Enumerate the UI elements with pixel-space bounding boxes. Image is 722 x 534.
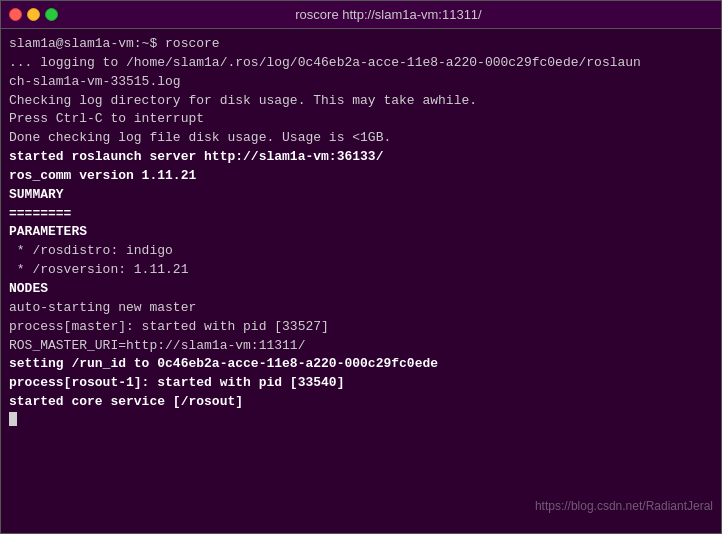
terminal-line: ======== [9,205,713,224]
terminal-line: ros_comm version 1.11.21 [9,167,713,186]
terminal-line: Checking log directory for disk usage. T… [9,92,713,111]
terminal-line: ch-slam1a-vm-33515.log [9,73,713,92]
titlebar: roscore http://slam1a-vm:11311/ [1,1,721,29]
close-button[interactable] [9,8,22,21]
terminal-line: Press Ctrl-C to interrupt [9,110,713,129]
minimize-button[interactable] [27,8,40,21]
watermark: https://blog.csdn.net/RadiantJeral [535,498,713,515]
terminal-line: SUMMARY [9,186,713,205]
window-title: roscore http://slam1a-vm:11311/ [64,7,713,22]
window-buttons [9,8,58,21]
terminal-body[interactable]: slam1a@slam1a-vm:~$ roscore... logging t… [1,29,721,533]
terminal-line: slam1a@slam1a-vm:~$ roscore [9,35,713,54]
terminal-output: slam1a@slam1a-vm:~$ roscore... logging t… [9,35,713,412]
terminal-line: started core service [/rosout] [9,393,713,412]
terminal-line: started roslaunch server http://slam1a-v… [9,148,713,167]
terminal-line: ... logging to /home/slam1a/.ros/log/0c4… [9,54,713,73]
terminal-line: ROS_MASTER_URI=http://slam1a-vm:11311/ [9,337,713,356]
terminal-window: roscore http://slam1a-vm:11311/ slam1a@s… [0,0,722,534]
maximize-button[interactable] [45,8,58,21]
terminal-line: PARAMETERS [9,223,713,242]
terminal-line: * /rosversion: 1.11.21 [9,261,713,280]
terminal-line: Done checking log file disk usage. Usage… [9,129,713,148]
terminal-line: process[master]: started with pid [33527… [9,318,713,337]
cursor [9,412,17,426]
terminal-line: * /rosdistro: indigo [9,242,713,261]
terminal-line: process[rosout-1]: started with pid [335… [9,374,713,393]
terminal-line: setting /run_id to 0c46eb2a-acce-11e8-a2… [9,355,713,374]
terminal-line: auto-starting new master [9,299,713,318]
terminal-line: NODES [9,280,713,299]
cursor-line [9,412,713,426]
